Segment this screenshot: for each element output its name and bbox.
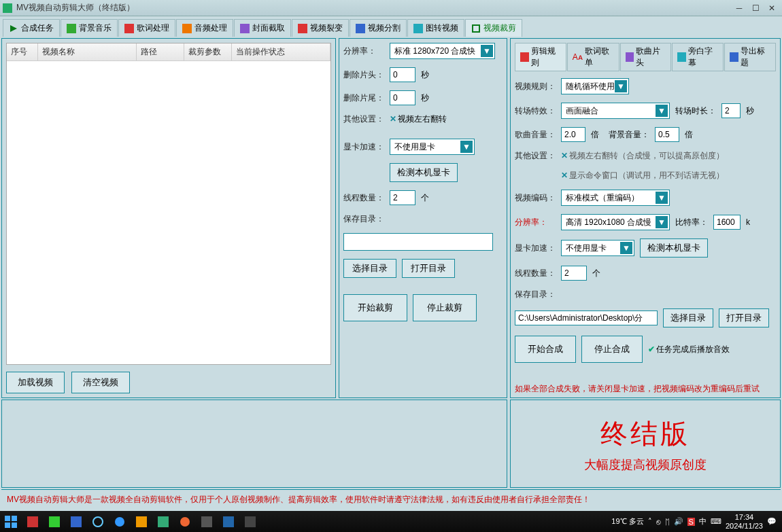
chevron-down-icon: ▼ [615, 80, 627, 92]
th-name[interactable]: 视频名称 [38, 43, 137, 60]
savedir-label: 保存目录： [343, 213, 384, 225]
other-label: 其他设置： [343, 113, 384, 125]
trim-head-input[interactable] [390, 67, 415, 82]
taskbar-app-icon[interactable] [197, 512, 217, 531]
savedir2-input[interactable] [515, 311, 658, 325]
rules-icon [520, 52, 529, 62]
system-tray[interactable]: 19℃ 多云 ˄ ⎋ ᛖ 🔊 S 中 ⌨ 17:34 2024/11/23 💬 [606, 513, 782, 529]
th-index[interactable]: 序号 [7, 43, 38, 60]
taskbar-app-icon[interactable] [66, 512, 86, 531]
start-crop-button[interactable]: 开始裁剪 [343, 294, 407, 321]
svg-rect-15 [223, 516, 234, 527]
video-table[interactable]: 序号 视频名称 路径 裁剪参数 当前操作状态 [6, 43, 331, 365]
tray-chevron-up-icon[interactable]: ˄ [648, 517, 652, 526]
tab-split2[interactable]: 视频分割 [350, 19, 407, 37]
dur-input[interactable] [721, 103, 741, 118]
svg-rect-1 [473, 25, 479, 32]
tab-bgmusic[interactable]: 背景音乐 [61, 19, 118, 37]
tray-icon[interactable]: ⎋ [656, 518, 661, 526]
vol-input[interactable] [561, 127, 585, 142]
tab-lyrics[interactable]: 歌词处理 [118, 19, 175, 37]
taskbar-app-icon[interactable] [240, 512, 260, 531]
taskbar-app-icon[interactable] [153, 512, 173, 531]
open-dir-button[interactable]: 打开目录 [402, 259, 455, 278]
start-button[interactable] [1, 512, 21, 531]
taskbar[interactable]: 19℃ 多云 ˄ ⎋ ᛖ 🔊 S 中 ⌨ 17:34 2024/11/23 💬 [0, 511, 782, 532]
promo-panel: 终结版 大幅度提高视频原创度 [510, 400, 781, 488]
ime-lang[interactable]: 中 [699, 516, 707, 527]
bitrate-label: 比特率： [675, 217, 708, 228]
bgvol-input[interactable] [655, 127, 679, 142]
rtab-rules[interactable]: 剪辑规则 [515, 43, 566, 71]
sound-checkbox[interactable]: 任务完成后播放音效 [648, 344, 730, 355]
rtab-subtitle[interactable]: 旁白字幕 [672, 43, 724, 71]
rtab-export[interactable]: 导出标题 [724, 43, 776, 71]
detect-gpu2-button[interactable]: 检测本机显卡 [640, 238, 708, 258]
flip-checkbox[interactable]: 视频左右翻转 [390, 113, 447, 125]
enc-combo[interactable]: 标准模式（重编码）▼ [561, 190, 670, 206]
taskbar-app-icon[interactable] [44, 512, 65, 531]
th-path[interactable]: 路径 [137, 43, 184, 60]
clear-video-button[interactable]: 清空视频 [71, 372, 130, 393]
choose-dir2-button[interactable]: 选择目录 [663, 308, 713, 327]
trans-combo[interactable]: 画面融合▼ [561, 103, 670, 119]
detect-gpu-button[interactable]: 检测本机显卡 [390, 163, 458, 182]
res2-combo[interactable]: 高清 1920x1080 合成慢▼ [561, 214, 670, 230]
music-icon [67, 24, 76, 33]
tray-volume-icon[interactable]: 🔊 [674, 517, 683, 526]
choose-dir-button[interactable]: 选择目录 [343, 259, 396, 278]
tab-audio[interactable]: 音频处理 [176, 19, 233, 37]
gpu2-combo[interactable]: 不使用显卡▼ [561, 240, 634, 256]
clock[interactable]: 17:34 2024/11/23 [726, 513, 763, 529]
rule-combo[interactable]: 随机循环使用▼ [561, 78, 629, 94]
stop-compose-button[interactable]: 停止合成 [581, 336, 643, 363]
taskbar-app-icon[interactable] [218, 512, 239, 531]
tab-compose[interactable]: 合成任务 [3, 19, 60, 37]
tab-split1[interactable]: 视频裂变 [292, 19, 349, 37]
notification-icon[interactable]: 💬 [767, 517, 777, 526]
trim-tail-input[interactable] [390, 90, 415, 105]
cut-icon [356, 24, 365, 33]
savedir-input[interactable] [343, 233, 493, 251]
cmdwin-checkbox[interactable]: 显示命令窗口（调试用，用不到话请无视） [561, 170, 724, 181]
tray-icon[interactable]: ⌨ [711, 517, 721, 526]
chevron-down-icon: ▼ [481, 45, 493, 57]
ime-icon[interactable]: S [687, 518, 695, 526]
threads2-input[interactable] [561, 266, 587, 281]
rtab-playlist[interactable]: Aᴀ歌词歌单 [567, 43, 619, 71]
stop-crop-button[interactable]: 停止裁剪 [413, 294, 477, 321]
open-dir2-button[interactable]: 打开目录 [719, 308, 769, 327]
rtab-intro[interactable]: 歌曲片头 [620, 43, 672, 71]
start-compose-button[interactable]: 开始合成 [515, 336, 576, 363]
crop-settings-panel: 分辨率： 标准 1280x720 合成快▼ 删除片头： 秒 删除片尾： 秒 其他… [339, 38, 507, 398]
image-icon [413, 24, 423, 33]
svg-rect-16 [245, 516, 256, 527]
svg-rect-8 [71, 516, 82, 527]
tab-crop[interactable]: 视频裁剪 [465, 19, 522, 37]
maximize-button[interactable]: ☐ [748, 3, 763, 14]
taskbar-app-icon[interactable] [109, 512, 130, 531]
minimize-button[interactable]: ─ [732, 3, 747, 14]
resolution-label: 分辨率： [343, 46, 384, 57]
taskbar-app-icon[interactable] [88, 512, 108, 531]
svg-point-9 [93, 517, 103, 527]
taskbar-app-icon[interactable] [175, 512, 195, 531]
taskbar-app-icon[interactable] [131, 512, 152, 531]
chevron-down-icon: ▼ [656, 105, 668, 117]
gpu-combo[interactable]: 不使用显卡▼ [390, 139, 475, 155]
close-button[interactable]: ✕ [764, 3, 779, 14]
threads-input[interactable] [390, 190, 415, 205]
main-tabbar: 合成任务 背景音乐 歌词处理 音频处理 封面截取 视频裂变 视频分割 图转视频 … [1, 18, 781, 37]
tray-icon[interactable]: ᛖ [665, 518, 670, 526]
threads-label: 线程数量： [343, 192, 384, 204]
tab-cover[interactable]: 封面截取 [234, 19, 291, 37]
resolution-combo[interactable]: 标准 1280x720 合成快▼ [390, 43, 495, 59]
load-video-button[interactable]: 加载视频 [6, 372, 65, 393]
taskbar-app-icon[interactable] [22, 512, 43, 531]
th-params[interactable]: 裁剪参数 [184, 43, 232, 60]
th-status[interactable]: 当前操作状态 [232, 43, 330, 60]
flip2-checkbox[interactable]: 视频左右翻转（合成慢，可以提高原创度） [561, 150, 724, 162]
tab-img2vid[interactable]: 图转视频 [407, 19, 464, 37]
bitrate-input[interactable] [713, 215, 741, 230]
weather[interactable]: 19℃ 多云 [611, 516, 643, 527]
